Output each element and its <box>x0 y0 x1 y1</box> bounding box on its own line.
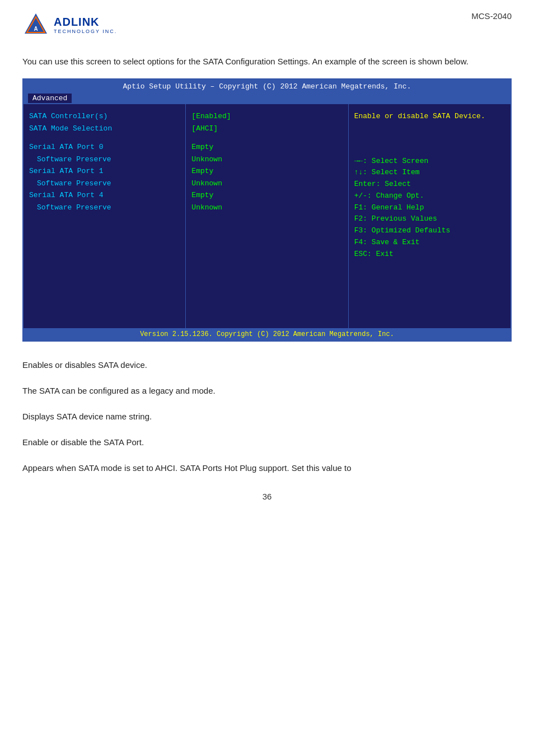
logo-text: ADLINK TECHNOLOGY INC. <box>54 16 117 34</box>
desc-section-3: Displays SATA device name string. <box>22 410 512 423</box>
bios-tab-advanced: Advanced <box>28 94 72 103</box>
bios-left-item-7: Serial ATA Port 4 <box>29 190 180 201</box>
bios-mid-item-6: Unknown <box>191 178 342 189</box>
adlink-logo-icon: A <box>22 11 49 38</box>
bios-left-item-4: Software Preserve <box>29 154 180 165</box>
bios-left-item-2: SATA Mode Selection <box>29 123 180 134</box>
bios-tab-bar: Advanced <box>24 92 510 104</box>
bios-left-item-1: SATA Controller(s) <box>29 111 180 122</box>
bios-help-item-2: ↑↓: Select Item <box>354 167 505 179</box>
bios-help-item-6: F2: Previous Values <box>354 213 505 225</box>
bios-mid-item-1: [Enabled] <box>191 111 342 122</box>
bios-mid-item-3: Empty <box>191 142 342 153</box>
bios-left-item-3: Serial ATA Port 0 <box>29 142 180 153</box>
bios-mid-item-2: [AHCI] <box>191 123 342 134</box>
desc-section-5: Appears when SATA mode is set to AHCI. S… <box>22 461 512 475</box>
bios-mid-item-4: Unknown <box>191 154 342 165</box>
bios-left-item-8: Software Preserve <box>29 202 180 213</box>
bios-help-item-5: F1: General Help <box>354 202 505 214</box>
desc-2-text: The SATA can be configured as a legacy a… <box>22 386 216 395</box>
bios-mid-item-7: Empty <box>191 190 342 201</box>
bios-body: SATA Controller(s) SATA Mode Selection S… <box>24 104 510 328</box>
bios-help-item-1: →←: Select Screen <box>354 156 505 167</box>
bios-help-item-8: F4: Save & Exit <box>354 237 505 249</box>
logo-adlink-label: ADLINK <box>54 16 117 29</box>
bios-help-section: →←: Select Screen ↑↓: Select Item Enter:… <box>354 156 505 260</box>
page-number: 36 <box>22 492 512 501</box>
page-header: A ADLINK TECHNOLOGY INC. MCS-2040 <box>22 11 512 38</box>
logo-area: A ADLINK TECHNOLOGY INC. <box>22 11 117 38</box>
bios-right-top-help: Enable or disable SATA Device. <box>354 111 505 122</box>
bios-help-item-9: ESC: Exit <box>354 249 505 260</box>
logo-sub-label: TECHNOLOGY INC. <box>54 29 117 34</box>
bios-screen: Aptio Setup Utility – Copyright (C) 2012… <box>22 78 512 342</box>
intro-text: You can use this screen to select option… <box>22 55 512 68</box>
bios-help-item-3: Enter: Select <box>354 179 505 190</box>
desc-5-text: Appears when SATA mode is set to AHCI. S… <box>22 463 352 473</box>
bios-footer: Version 2.15.1236. Copyright (C) 2012 Am… <box>24 328 510 340</box>
bios-right-column: Enable or disable SATA Device. →←: Selec… <box>349 104 510 328</box>
desc-section-4: Enable or disable the SATA Port. <box>22 436 512 449</box>
desc-1-text: Enables or disables SATA device. <box>22 360 147 370</box>
bios-help-item-7: F3: Optimized Defaults <box>354 225 505 237</box>
svg-text:A: A <box>34 26 38 32</box>
bios-middle-column: [Enabled] [AHCI] Empty Unknown Empty Unk… <box>186 104 348 328</box>
bios-left-column: SATA Controller(s) SATA Mode Selection S… <box>24 104 186 328</box>
desc-4-text: Enable or disable the SATA Port. <box>22 437 144 447</box>
desc-3-text: Displays SATA device name string. <box>22 412 152 421</box>
bios-help-item-4: +/-: Change Opt. <box>354 190 505 202</box>
bios-left-item-5: Serial ATA Port 1 <box>29 166 180 177</box>
desc-section-1: Enables or disables SATA device. <box>22 358 512 372</box>
model-number: MCS-2040 <box>471 11 512 21</box>
bios-left-item-6: Software Preserve <box>29 178 180 189</box>
desc-section-2: The SATA can be configured as a legacy a… <box>22 384 512 398</box>
bios-mid-item-5: Empty <box>191 166 342 177</box>
bios-mid-item-8: Unknown <box>191 202 342 213</box>
bios-title: Aptio Setup Utility – Copyright (C) 2012… <box>24 80 510 92</box>
